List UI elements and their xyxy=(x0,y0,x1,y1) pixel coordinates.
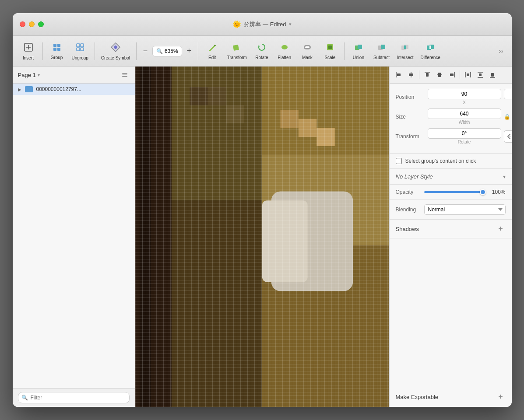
align-center-h-button[interactable] xyxy=(405,69,417,80)
align-right-edge-button[interactable] xyxy=(446,69,457,80)
svg-rect-52 xyxy=(397,74,401,76)
create-symbol-icon xyxy=(110,42,121,54)
minimize-button[interactable] xyxy=(29,21,35,27)
maximize-button[interactable] xyxy=(38,21,44,27)
page-selector[interactable]: Page 1 ▾ xyxy=(18,72,40,78)
position-fields: X Y xyxy=(428,89,512,105)
flip-buttons xyxy=(504,130,512,143)
ungroup-label: Ungroup xyxy=(72,56,88,60)
flatten-button[interactable]: Flatten xyxy=(274,41,295,62)
svg-rect-10 xyxy=(81,48,84,51)
scale-button[interactable]: Scale xyxy=(320,41,341,62)
zoom-plus-icon: + xyxy=(186,46,191,56)
intersect-icon xyxy=(400,42,410,54)
svg-rect-54 xyxy=(409,74,413,76)
page-name: Page 1 xyxy=(18,72,36,78)
pixel-canvas xyxy=(135,66,389,407)
position-label: Position xyxy=(396,94,424,100)
create-symbol-label: Create Symbol xyxy=(101,56,130,60)
difference-button[interactable]: Difference xyxy=(418,41,443,62)
zoom-plus-button[interactable]: + xyxy=(184,45,194,57)
svg-rect-6 xyxy=(57,48,60,51)
layer-item[interactable]: ▶ 00000000012797... xyxy=(13,84,135,95)
edit-button[interactable]: Edit xyxy=(202,41,223,62)
filter-input[interactable] xyxy=(18,392,130,403)
layer-style-selector[interactable]: No Layer Style ▾ xyxy=(390,169,512,185)
svg-rect-11 xyxy=(233,45,239,51)
rotate-input[interactable] xyxy=(428,128,501,139)
titlebar: 🌞 分辨率 — Edited ▾ xyxy=(13,13,512,36)
inspector-panel: Position X Y Size xyxy=(389,66,512,407)
align-center-v-button[interactable] xyxy=(434,69,445,80)
zoom-control[interactable]: 🔍 635% xyxy=(152,46,182,56)
opacity-thumb[interactable] xyxy=(480,189,486,195)
svg-rect-68 xyxy=(491,73,494,77)
x-input[interactable] xyxy=(428,89,501,99)
intersect-button[interactable]: Intersect xyxy=(394,41,416,62)
union-button[interactable]: Union xyxy=(348,41,369,62)
zoom-icon: 🔍 xyxy=(156,48,163,54)
mask-label: Mask xyxy=(302,55,313,60)
separator-2 xyxy=(95,42,95,60)
distribute-h-button[interactable] xyxy=(462,69,474,80)
subtract-button[interactable]: Subtract xyxy=(371,41,392,62)
close-button[interactable] xyxy=(20,21,25,27)
transform-row: Transform Rotate xyxy=(396,128,506,144)
select-group-checkbox[interactable] xyxy=(396,158,402,164)
panel-action-button[interactable] xyxy=(120,70,130,80)
svg-rect-23 xyxy=(404,46,406,49)
canvas-area[interactable] xyxy=(135,66,389,407)
edit-label: Edit xyxy=(208,55,216,60)
more-icon: ›› xyxy=(499,47,503,55)
lock-icon[interactable]: 🔒 xyxy=(504,114,510,120)
add-shadow-button[interactable]: + xyxy=(496,224,506,234)
shadows-section-header: Shadows + xyxy=(390,220,512,238)
svg-rect-16 xyxy=(328,46,332,49)
shadows-title: Shadows xyxy=(396,226,419,232)
title-chevron-icon[interactable]: ▾ xyxy=(289,21,292,27)
create-symbol-button[interactable]: Create Symbol xyxy=(98,40,133,62)
svg-rect-8 xyxy=(81,44,84,47)
mask-button[interactable]: Mask xyxy=(297,41,318,62)
svg-rect-44 xyxy=(226,105,244,123)
union-icon xyxy=(354,42,363,54)
svg-point-12 xyxy=(281,45,288,49)
blending-label: Blending xyxy=(396,206,420,213)
panel-footer: 🔍 xyxy=(13,388,135,407)
layer-name-text: 00000000012797... xyxy=(36,86,130,92)
svg-rect-35 xyxy=(171,200,262,407)
width-sublabel: Width xyxy=(428,120,501,125)
svg-rect-43 xyxy=(207,87,225,105)
align-top-edge-button[interactable] xyxy=(422,69,433,80)
add-export-button[interactable]: + xyxy=(496,392,506,402)
rotate-button[interactable]: Rotate xyxy=(251,41,272,62)
svg-rect-33 xyxy=(140,66,151,407)
insert-button[interactable]: Insert xyxy=(18,40,39,62)
difference-label: Difference xyxy=(421,55,440,60)
transform-button[interactable]: Transform xyxy=(225,41,250,62)
distribute-v-button[interactable] xyxy=(475,69,486,80)
more-button[interactable]: ›› xyxy=(496,46,506,57)
svg-rect-14 xyxy=(305,46,309,48)
opacity-slider[interactable] xyxy=(424,191,486,193)
x-group: X xyxy=(428,89,501,105)
svg-rect-4 xyxy=(57,44,60,47)
app-window: 🌞 分辨率 — Edited ▾ Insert xyxy=(13,13,512,407)
zoom-minus-button[interactable]: − xyxy=(140,45,151,57)
blending-row: Blending Normal Darken Multiply Lighten … xyxy=(390,200,512,220)
ungroup-button[interactable]: Ungroup xyxy=(69,40,91,62)
group-label: Group xyxy=(51,55,63,60)
flip-h-button[interactable] xyxy=(504,130,512,143)
main-toolbar: Insert Group xyxy=(13,36,512,66)
blending-select[interactable]: Normal Darken Multiply Lighten Screen Ov… xyxy=(424,204,506,215)
align-toolbar xyxy=(390,66,512,84)
y-input[interactable] xyxy=(504,89,512,99)
layer-style-chevron-icon: ▾ xyxy=(503,174,506,180)
align-bottom-edge-button[interactable] xyxy=(487,69,498,80)
svg-rect-45 xyxy=(280,110,298,128)
width-input[interactable] xyxy=(428,108,501,119)
group-button[interactable]: Group xyxy=(46,40,67,62)
svg-rect-20 xyxy=(381,45,385,49)
align-left-edge-button[interactable] xyxy=(393,69,404,80)
svg-rect-40 xyxy=(262,200,308,282)
